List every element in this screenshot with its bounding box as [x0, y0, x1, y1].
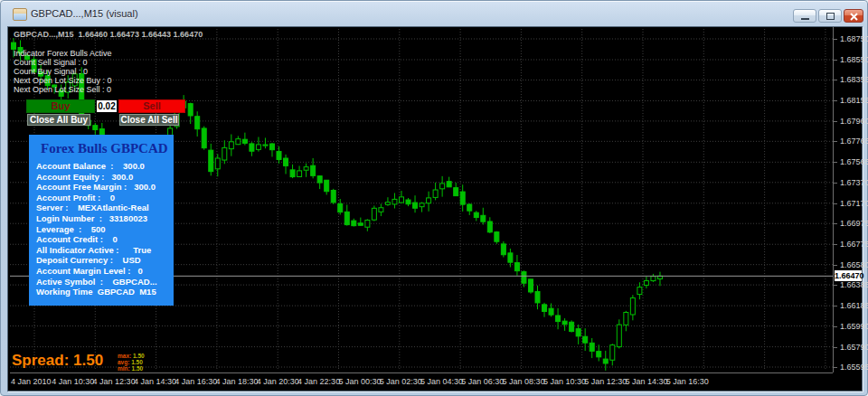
- candlestick-body: [630, 298, 635, 315]
- indicator-status-line: Next Open Lot Size Sell : 0: [14, 85, 112, 94]
- candlestick-body: [624, 313, 628, 325]
- info-panel-row: Account Profit : 0: [36, 193, 174, 203]
- candlestick-body: [522, 272, 526, 284]
- candlestick-body: [651, 277, 656, 281]
- price-tick-label: 1.67370: [840, 178, 868, 187]
- sell-button[interactable]: Sell: [118, 99, 185, 113]
- candlestick-body: [542, 305, 547, 312]
- indicator-status-line: Count Buy Signal : 0: [14, 67, 112, 76]
- info-panel-row: Account Free Margin : 300.0: [36, 182, 174, 193]
- minimize-icon: [801, 18, 809, 20]
- time-tick-label: 5 Jan 02:30: [380, 377, 422, 386]
- price-axis[interactable]: 1.687501.685501.683551.681551.679601.677…: [833, 27, 863, 372]
- current-price-badge: 1.66470: [835, 270, 862, 281]
- price-tick-label: 1.67565: [840, 157, 868, 166]
- candlestick-body: [576, 329, 580, 336]
- price-tick: [834, 121, 837, 122]
- price-tick: [834, 80, 837, 80]
- info-panel-row: Login Number : 33180023: [36, 213, 174, 224]
- price-tick: [834, 244, 837, 245]
- price-tick: [834, 100, 837, 101]
- candlestick-body: [514, 263, 519, 271]
- time-tick-label: 5 Jan 14:30: [626, 377, 668, 386]
- title-bar[interactable]: GBPCAD...,M15 (visual): [1, 1, 867, 26]
- time-tick-label: 4 Jan 2010: [11, 377, 52, 386]
- candlestick-body: [556, 316, 561, 322]
- price-tick-label: 1.68750: [840, 34, 868, 43]
- candlestick-body: [501, 244, 505, 255]
- candlestick-body: [427, 198, 431, 203]
- candlestick-body: [344, 212, 349, 224]
- candlestick-body: [549, 308, 553, 315]
- spread-stat-value: 1.50: [132, 365, 144, 372]
- close-all-sell-button[interactable]: Close All Sell: [119, 114, 179, 126]
- price-tick-label: 1.67765: [840, 137, 868, 146]
- info-panel-row: Account Credit : 0: [36, 234, 174, 245]
- candlestick-body: [460, 192, 465, 204]
- time-tick-label: 4 Jan 18:30: [216, 377, 259, 386]
- price-tick: [834, 347, 837, 348]
- candlestick-body: [637, 288, 642, 295]
- price-tick: [834, 183, 837, 184]
- candlestick-body: [413, 203, 418, 208]
- close-all-buy-button[interactable]: Close All Buy: [27, 114, 90, 126]
- price-tick-label: 1.66975: [840, 219, 868, 228]
- price-tick-label: 1.66185: [840, 301, 868, 310]
- candlestick-body: [222, 147, 227, 160]
- candlestick-body: [570, 322, 574, 331]
- candlestick-body: [365, 220, 370, 227]
- candlestick-body: [331, 191, 335, 203]
- price-tick-label: 1.66385: [840, 280, 868, 289]
- price-tick-label: 1.65790: [840, 343, 868, 352]
- lot-size-input[interactable]: [96, 99, 118, 113]
- chart-client-area: GBPCAD...,M15 1.66460 1.66473 1.66443 1.…: [7, 26, 863, 391]
- candlestick-body: [590, 343, 594, 351]
- candlestick-body: [528, 279, 533, 292]
- time-tick-label: 4 Jan 20:30: [257, 377, 299, 386]
- candlestick-body: [250, 144, 254, 151]
- candlestick-body: [93, 126, 98, 130]
- info-panel-row: Deposit Currency : USD: [36, 255, 174, 266]
- candlestick-body: [617, 325, 621, 346]
- price-tick-label: 1.67960: [840, 117, 868, 126]
- candlestick-body: [358, 223, 363, 225]
- candlestick-body: [447, 182, 451, 187]
- time-tick-label: 4 Jan 12:30: [93, 377, 136, 386]
- time-tick-label: 4 Jan 16:30: [175, 377, 217, 386]
- candlestick-body: [304, 167, 308, 171]
- candlestick-body: [188, 104, 193, 116]
- buy-button[interactable]: Buy: [26, 99, 95, 113]
- price-tick: [834, 367, 837, 368]
- candlestick-body: [242, 139, 247, 143]
- close-icon: [850, 13, 858, 21]
- time-tick-label: 5 Jan 16:30: [666, 377, 709, 386]
- candlestick-body: [583, 336, 588, 343]
- candlestick-body: [379, 208, 383, 212]
- candlestick-body: [610, 345, 615, 361]
- indicator-status-line: Indicator Forex Bulls Active: [14, 49, 112, 58]
- maximize-button[interactable]: [818, 9, 842, 23]
- candlestick-body: [311, 165, 316, 175]
- indicator-status-block: Indicator Forex Bulls ActiveCount Sell S…: [14, 49, 112, 94]
- price-tick: [834, 60, 837, 61]
- candlestick-body: [597, 352, 601, 357]
- candlestick-body: [474, 212, 478, 217]
- candlestick-body: [215, 158, 220, 169]
- chart-ohlc-header: GBPCAD...,M15 1.66460 1.66473 1.66443 1.…: [14, 30, 203, 39]
- price-tick-label: 1.68550: [840, 55, 868, 64]
- price-tick: [834, 326, 837, 327]
- info-panel-row: Server : MEXAtlantic-Real: [36, 203, 174, 213]
- maximize-icon: [826, 13, 835, 20]
- price-tick-label: 1.66775: [840, 240, 868, 249]
- chart-window-icon: [13, 8, 27, 21]
- candlestick-body: [256, 145, 260, 149]
- info-panel-row: Leverage : 500: [36, 224, 174, 235]
- time-tick-label: 5 Jan 12:30: [584, 377, 627, 386]
- price-tick: [834, 306, 837, 306]
- time-axis[interactable]: 4 Jan 20104 Jan 10:304 Jan 12:304 Jan 14…: [10, 372, 833, 391]
- info-panel-title: Forex Bulls GBPCAD: [41, 141, 174, 156]
- candlestick-body: [290, 170, 295, 177]
- candlestick-body: [209, 150, 213, 172]
- minimize-button[interactable]: [793, 9, 816, 23]
- close-button[interactable]: [844, 9, 863, 23]
